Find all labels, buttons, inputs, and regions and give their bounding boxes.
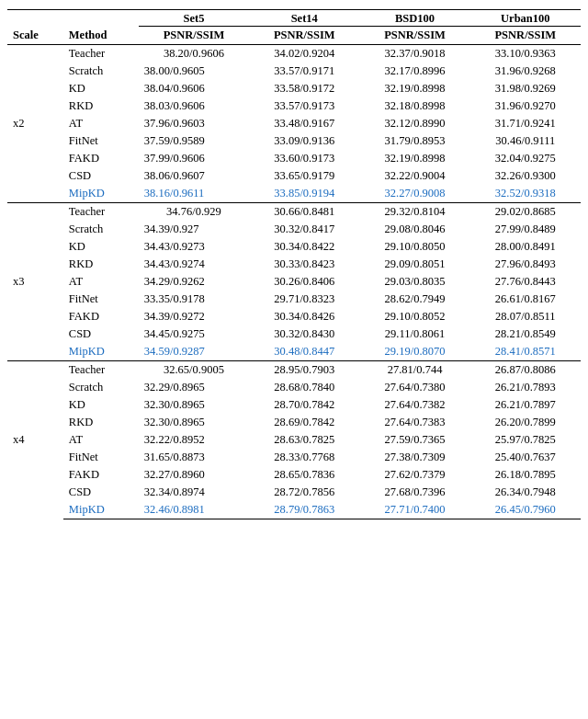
set14-cell: 33.57/0.9173 [249, 97, 359, 115]
set14-cell: 28.68/0.7840 [249, 379, 359, 396]
set14-cell: 28.33/0.7768 [249, 449, 359, 466]
set14-group-header: Set14 [249, 10, 359, 27]
bsd100-cell: 29.08/0.8046 [359, 221, 469, 238]
urban100-cell: 27.96/0.8493 [470, 256, 581, 273]
method-cell: Scratch [63, 63, 139, 80]
table-row: KD32.30/0.896528.70/0.784227.64/0.738226… [7, 396, 581, 414]
set14-cell: 33.09/0.9136 [249, 132, 359, 150]
urban100-cell: 32.26/0.9300 [470, 167, 581, 185]
set14-cell: 30.66/0.8481 [249, 203, 359, 222]
bsd100-cell: 32.22/0.9004 [359, 167, 469, 185]
set14-cell: 28.79/0.7863 [249, 501, 359, 519]
set5-cell: 38.04/0.9606 [139, 80, 249, 97]
set5-cell: 38.16/0.9611 [139, 185, 249, 203]
method-cell: AT [63, 431, 139, 449]
table-row: CSD34.45/0.927530.32/0.843029.11/0.80612… [7, 325, 581, 343]
method-cell: KD [63, 396, 139, 414]
urban100-cell: 26.45/0.7960 [470, 501, 581, 519]
set14-cell: 30.34/0.8422 [249, 238, 359, 256]
set14-cell: 28.69/0.7842 [249, 414, 359, 431]
set5-cell: 34.43/0.9274 [139, 256, 249, 273]
set14-cell: 33.48/0.9167 [249, 115, 359, 132]
method-cell: KD [63, 80, 139, 97]
sub-header-row: Scale Method PSNR/SSIM PSNR/SSIM PSNR/SS… [7, 27, 581, 45]
set5-cell: 32.30/0.8965 [139, 396, 249, 414]
method-cell: CSD [63, 484, 139, 501]
set14-cell: 30.33/0.8423 [249, 256, 359, 273]
set5-cell: 38.00/0.9605 [139, 63, 249, 80]
urban100-cell: 25.97/0.7825 [470, 431, 581, 449]
set14-cell: 33.60/0.9173 [249, 150, 359, 167]
bsd100-cell: 27.64/0.7382 [359, 396, 469, 414]
bsd100-cell: 27.64/0.7383 [359, 414, 469, 431]
method-cell: FAKD [63, 308, 139, 325]
set14-cell: 34.02/0.9204 [249, 45, 359, 63]
method-cell: CSD [63, 325, 139, 343]
urban100-cell: 27.99/0.8489 [470, 221, 581, 238]
method-cell: Scratch [63, 221, 139, 238]
scale-header [7, 10, 63, 27]
bsd100-group-header: BSD100 [359, 10, 469, 27]
method-cell: FitNet [63, 449, 139, 466]
table-row: Scratch38.00/0.960533.57/0.917132.17/0.8… [7, 63, 581, 80]
table-row: RKD32.30/0.896528.69/0.784227.64/0.73832… [7, 414, 581, 431]
bsd100-cell: 29.32/0.8104 [359, 203, 469, 222]
set14-cell: 30.26/0.8406 [249, 273, 359, 291]
method-cell: MipKD [63, 343, 139, 361]
set14-cell: 33.58/0.9172 [249, 80, 359, 97]
set14-cell: 33.57/0.9171 [249, 63, 359, 80]
urban100-cell: 26.21/0.7893 [470, 379, 581, 396]
method-cell: AT [63, 115, 139, 132]
set5-cell: 38.03/0.9606 [139, 97, 249, 115]
set14-subheader: PSNR/SSIM [249, 27, 359, 45]
bsd100-cell: 28.62/0.7949 [359, 291, 469, 308]
set14-cell: 28.95/0.7903 [249, 361, 359, 380]
bsd100-cell: 27.59/0.7365 [359, 431, 469, 449]
urban100-cell: 31.96/0.9270 [470, 97, 581, 115]
urban100-cell: 32.04/0.9275 [470, 150, 581, 167]
bsd100-cell: 27.81/0.744 [359, 361, 469, 380]
method-cell: RKD [63, 97, 139, 115]
urban100-cell: 26.18/0.7895 [470, 466, 581, 484]
bsd100-cell: 27.38/0.7309 [359, 449, 469, 466]
bsd100-cell: 29.19/0.8070 [359, 343, 469, 361]
table-row: KD34.43/0.927330.34/0.842229.10/0.805028… [7, 238, 581, 256]
table-row: FitNet33.35/0.917829.71/0.832328.62/0.79… [7, 291, 581, 308]
urban100-cell: 28.07/0.8511 [470, 308, 581, 325]
urban100-cell: 26.20/0.7899 [470, 414, 581, 431]
set5-group-header: Set5 [139, 10, 249, 27]
urban100-cell: 26.87/0.8086 [470, 361, 581, 380]
set5-cell: 34.39/0.927 [139, 221, 249, 238]
set14-cell: 30.32/0.8417 [249, 221, 359, 238]
column-group-header: Set5 Set14 BSD100 Urban100 [7, 10, 581, 27]
table-row: Scratch32.29/0.896528.68/0.784027.64/0.7… [7, 379, 581, 396]
bsd100-cell: 32.19/0.8998 [359, 80, 469, 97]
method-cell: FAKD [63, 150, 139, 167]
bsd100-subheader: PSNR/SSIM [359, 27, 469, 45]
urban100-cell: 33.10/0.9363 [470, 45, 581, 63]
set14-cell: 30.48/0.8447 [249, 343, 359, 361]
table-row: x2Teacher38.20/0.960634.02/0.920432.37/0… [7, 45, 581, 63]
method-header [63, 10, 139, 27]
set5-subheader: PSNR/SSIM [139, 27, 249, 45]
urban100-cell: 26.21/0.7897 [470, 396, 581, 414]
urban100-cell: 26.34/0.7948 [470, 484, 581, 501]
set14-cell: 33.85/0.9194 [249, 185, 359, 203]
table-row: AT37.96/0.960333.48/0.916732.12/0.899031… [7, 115, 581, 132]
bsd100-cell: 29.09/0.8051 [359, 256, 469, 273]
set5-cell: 34.76/0.929 [139, 203, 249, 222]
table-row: RKD34.43/0.927430.33/0.842329.09/0.80512… [7, 256, 581, 273]
bsd100-cell: 29.10/0.8052 [359, 308, 469, 325]
method-cell: Teacher [63, 203, 139, 222]
set5-cell: 32.30/0.8965 [139, 414, 249, 431]
set5-cell: 32.29/0.8965 [139, 379, 249, 396]
table-row: AT34.29/0.926230.26/0.840629.03/0.803527… [7, 273, 581, 291]
table-row: FAKD32.27/0.896028.65/0.783627.62/0.7379… [7, 466, 581, 484]
table-row: FitNet31.65/0.887328.33/0.776827.38/0.73… [7, 449, 581, 466]
bsd100-cell: 32.17/0.8996 [359, 63, 469, 80]
urban100-cell: 30.46/0.9111 [470, 132, 581, 150]
method-cell: Scratch [63, 379, 139, 396]
set5-cell: 34.43/0.9273 [139, 238, 249, 256]
method-cell: KD [63, 238, 139, 256]
scale-cell: x4 [7, 361, 63, 519]
